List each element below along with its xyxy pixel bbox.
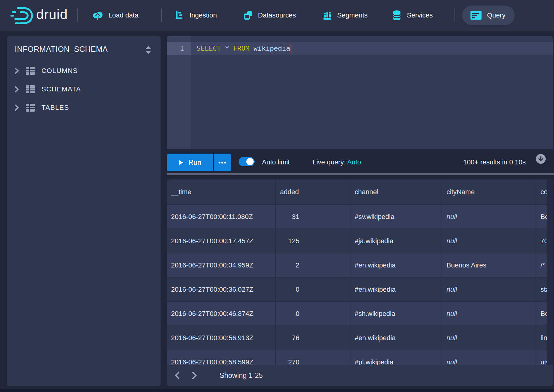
- ingestion-gantt-icon: [175, 10, 184, 20]
- top-navbar: druid Load data Ingestion: [0, 0, 554, 31]
- table-row: 2016-06-27T00:00:34.959Z 2 #en.wikipedia…: [167, 253, 553, 278]
- cell-channel[interactable]: #en.wikipedia: [350, 253, 442, 278]
- nav-item-load-data[interactable]: Load data: [92, 0, 138, 31]
- line-number: 1: [167, 42, 184, 55]
- cell-added[interactable]: 2: [276, 253, 350, 278]
- cell-cityname[interactable]: null: [442, 278, 536, 302]
- nav-item-datasources[interactable]: Datasources: [244, 0, 296, 31]
- ellipsis-icon: •••: [218, 159, 227, 166]
- table-row: 2016-06-27T00:00:11.080Z 31 #sv.wikipedi…: [167, 205, 553, 229]
- table-row: 2016-06-27T00:00:36.027Z 0 #en.wikipedia…: [167, 278, 553, 302]
- table-row: 2016-06-27T00:00:46.874Z 0 #sh.wikipedia…: [167, 302, 553, 326]
- schema-title: INFORMATION_SCHEMA: [15, 45, 108, 54]
- nav-item-label: Segments: [337, 11, 368, 19]
- cell-added[interactable]: 0: [276, 302, 350, 326]
- run-button[interactable]: Run: [167, 154, 213, 171]
- cell-added[interactable]: 125: [276, 229, 350, 253]
- chevron-right-icon: [14, 86, 19, 93]
- cell-channel[interactable]: #ja.wikipedia: [350, 229, 442, 253]
- cell-channel[interactable]: #sh.wikipedia: [350, 302, 442, 326]
- table-icon: [25, 85, 35, 94]
- cell-time[interactable]: 2016-06-27T00:00:56.913Z: [167, 326, 276, 350]
- live-query-value: Auto: [347, 158, 361, 166]
- sql-star: *: [225, 44, 229, 52]
- column-header-time[interactable]: __time: [167, 179, 276, 205]
- cell-cityname[interactable]: Buenos Aires: [442, 253, 536, 278]
- sql-editor[interactable]: 1 SELECT * FROM wikipedia: [167, 36, 553, 149]
- sql-query-line: SELECT * FROM wikipedia: [197, 42, 291, 55]
- cell-time[interactable]: 2016-06-27T00:00:17.457Z: [167, 229, 276, 253]
- pagination-bar: Showing 1-25: [167, 365, 553, 386]
- sidebar-item-label: TABLES: [41, 104, 69, 112]
- chevron-left-icon[interactable]: [169, 366, 186, 385]
- nav-item-segments[interactable]: Segments: [323, 0, 368, 31]
- cloud-upload-icon: [92, 10, 103, 20]
- segments-bar-chart-icon: [323, 10, 332, 20]
- auto-limit-label: Auto limit: [262, 158, 290, 166]
- sql-keyword: SELECT: [197, 44, 221, 52]
- play-icon: [178, 159, 183, 166]
- run-button-label: Run: [188, 159, 201, 167]
- query-console-icon: [470, 11, 482, 20]
- query-results-table: __time added channel cityName comment 20…: [167, 179, 553, 386]
- sidebar-item-label: COLUMNS: [41, 67, 78, 75]
- cell-channel[interactable]: #sv.wikipedia: [350, 205, 442, 229]
- cell-cityname[interactable]: null: [442, 302, 536, 326]
- auto-limit-toggle[interactable]: [239, 157, 255, 166]
- chevron-right-icon[interactable]: [186, 366, 203, 385]
- toggle-knob: [246, 158, 254, 165]
- cell-time[interactable]: 2016-06-27T00:00:46.874Z: [167, 302, 276, 326]
- cell-time[interactable]: 2016-06-27T00:00:34.959Z: [167, 253, 276, 278]
- nav-item-label: Datasources: [258, 11, 296, 19]
- nav-item-label: Query: [487, 11, 505, 19]
- sidebar-item-label: SCHEMATA: [41, 85, 81, 93]
- results-scrollbar-track[interactable]: [547, 179, 553, 366]
- cell-time[interactable]: 2016-06-27T00:00:36.027Z: [167, 278, 276, 302]
- nav-item-query-active[interactable]: Query: [462, 6, 515, 25]
- download-icon[interactable]: [536, 154, 546, 164]
- nav-item-label: Ingestion: [189, 11, 217, 19]
- sidebar-item-tables[interactable]: TABLES: [7, 99, 161, 117]
- page-bottom-edge: [0, 389, 554, 392]
- app-logo-text: druid: [36, 7, 68, 22]
- cell-cityname[interactable]: null: [442, 229, 536, 253]
- schema-sidebar: INFORMATION_SCHEMA COLUMNS: [7, 36, 161, 386]
- column-header-channel[interactable]: channel: [350, 179, 442, 205]
- cell-cityname[interactable]: null: [442, 205, 536, 229]
- datasources-layers-icon: [244, 11, 253, 20]
- live-query-control[interactable]: Live query: Auto: [313, 158, 361, 166]
- cell-added[interactable]: 76: [276, 326, 350, 350]
- table-row: 2016-06-27T00:00:17.457Z 125 #ja.wikiped…: [167, 229, 553, 253]
- results-summary: 100+ results in 0.10s: [463, 158, 526, 166]
- nav-item-label: Load data: [108, 11, 138, 19]
- services-database-icon: [392, 10, 402, 21]
- nav-item-services[interactable]: Services: [392, 0, 433, 31]
- sql-keyword: FROM: [233, 44, 249, 52]
- column-header-cityname[interactable]: cityName: [442, 179, 536, 205]
- cell-channel[interactable]: #en.wikipedia: [350, 326, 442, 350]
- column-header-added[interactable]: added: [276, 179, 350, 205]
- sidebar-item-schemata[interactable]: SCHEMATA: [7, 80, 161, 98]
- double-caret-vertical-icon[interactable]: [145, 45, 152, 55]
- table-icon: [25, 103, 35, 112]
- live-query-label: Live query:: [313, 158, 346, 166]
- navbar-divider: [455, 9, 455, 22]
- navbar-divider: [77, 9, 78, 22]
- cell-added[interactable]: 0: [276, 278, 350, 302]
- druid-logo-icon[interactable]: [10, 7, 34, 25]
- sidebar-item-columns[interactable]: COLUMNS: [7, 62, 161, 80]
- nav-item-ingestion[interactable]: Ingestion: [175, 0, 217, 31]
- cell-added[interactable]: 31: [276, 205, 350, 229]
- editor-results-splitter[interactable]: [167, 173, 554, 175]
- table-icon: [25, 67, 35, 75]
- run-more-options-button[interactable]: •••: [214, 154, 231, 171]
- pagination-label: Showing 1-25: [220, 371, 263, 380]
- nav-item-label: Services: [407, 11, 433, 19]
- cell-cityname[interactable]: null: [442, 326, 536, 350]
- cell-time[interactable]: 2016-06-27T00:00:11.080Z: [167, 205, 276, 229]
- cell-channel[interactable]: #en.wikipedia: [350, 278, 442, 302]
- sql-table-name: wikipedia: [253, 44, 290, 52]
- table-row: 2016-06-27T00:00:56.913Z 76 #en.wikipedi…: [167, 326, 553, 350]
- text-cursor: [291, 44, 291, 52]
- navbar-divider: [161, 9, 162, 22]
